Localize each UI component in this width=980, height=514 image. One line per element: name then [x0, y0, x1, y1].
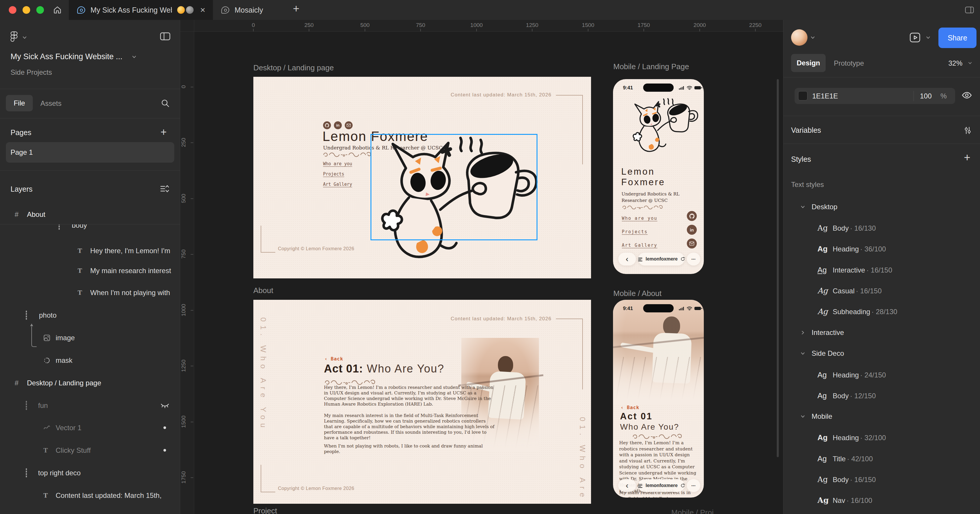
profile-photo	[613, 300, 704, 404]
file-name[interactable]: My Sick Ass Fucking Website ...	[11, 52, 123, 61]
layer-row-about[interactable]: # About	[0, 203, 180, 226]
add-style-icon[interactable]: +	[964, 151, 970, 164]
layer-row-desktop-landing[interactable]: # Desktop / Landing page	[0, 372, 180, 394]
frame-label-project[interactable]: Project	[253, 506, 277, 514]
variables-sliders-icon[interactable]	[963, 126, 972, 135]
page-item-page-1[interactable]: Page 1	[6, 142, 174, 163]
tab-prototype[interactable]: Prototype	[834, 59, 864, 67]
figma-logo-menu[interactable]	[10, 31, 18, 43]
hidden-dot-icon[interactable]	[164, 449, 166, 452]
layer-row-text-2[interactable]: T My main research interest	[0, 259, 180, 282]
layer-label: About	[27, 211, 45, 219]
frame-label-mobile-project[interactable]: Mobile / Proj	[671, 508, 714, 514]
window-minimize-button[interactable]	[22, 6, 30, 14]
add-page-icon[interactable]: +	[161, 126, 167, 138]
chevron-down-icon[interactable]	[800, 351, 806, 356]
color-hex-value[interactable]: 1E1E1E	[812, 92, 838, 100]
style-item[interactable]: AgBody 12/150	[818, 391, 876, 400]
chevron-down-icon[interactable]	[800, 204, 806, 210]
style-item[interactable]: AgSubheading 28/130	[818, 307, 897, 316]
layer-row-image[interactable]: image	[0, 326, 180, 349]
chevron-down-icon[interactable]	[22, 35, 27, 40]
layer-row-fun[interactable]: fun	[0, 394, 180, 417]
about-heading-line1: Act 01	[620, 411, 652, 422]
page-color-field[interactable]: 1E1E1E 100 %	[795, 88, 955, 104]
frame-mobile-about[interactable]: 9:41 ‹ Back Act 01 Who Are You? Hey ther…	[613, 300, 704, 498]
style-item[interactable]: AgHeading 36/100	[818, 244, 886, 254]
status-time: 9:41	[623, 306, 633, 311]
style-group-side-deco[interactable]: Side Deco	[783, 349, 980, 358]
layer-row-text-3[interactable]: T When I'm not playing with	[0, 281, 180, 304]
layer-row-clicky-stuff[interactable]: T Clicky Stuff	[0, 439, 180, 461]
tab-design[interactable]: Design	[791, 54, 826, 72]
canvas[interactable]: 0 250 500 750 1000 1250 1500 1750 0 250 …	[180, 20, 783, 514]
hidden-dot-icon[interactable]	[164, 426, 166, 429]
style-item[interactable]: AgInteractive 16/150	[818, 265, 892, 275]
tab-close-icon[interactable]: ×	[200, 5, 205, 15]
style-group-desktop[interactable]: Desktop	[783, 203, 980, 212]
chevron-right-icon[interactable]	[800, 330, 806, 335]
tab-file[interactable]: File	[6, 95, 33, 111]
frame-icon: #	[14, 379, 19, 387]
layer-row-vector-1[interactable]: Vector 1	[0, 417, 180, 439]
collapse-layers-icon[interactable]	[160, 184, 169, 193]
present-chevron-icon[interactable]	[925, 35, 931, 40]
new-tab-button[interactable]: +	[293, 2, 299, 15]
frame-label-mobile-landing[interactable]: Mobile / Landing Page	[613, 62, 689, 71]
ag-sample: Ag	[818, 244, 833, 254]
window-close-button[interactable]	[9, 6, 16, 14]
search-icon[interactable]	[161, 99, 170, 108]
style-item[interactable]: AgCasual 16/150	[818, 286, 881, 295]
tab-website[interactable]: My Sick Ass Fucking Website ×	[69, 0, 213, 20]
layer-row-photo[interactable]: photo	[0, 304, 180, 326]
style-item[interactable]: AgBody 16/150	[818, 475, 876, 484]
layer-row-mask[interactable]: mask	[0, 349, 180, 372]
share-button[interactable]: Share	[939, 27, 977, 48]
file-name-chevron-icon[interactable]	[131, 54, 137, 60]
home-icon[interactable]	[53, 5, 62, 14]
style-group-mobile[interactable]: Mobile	[783, 412, 980, 421]
back-chevron-icon: ‹	[620, 405, 624, 410]
style-item[interactable]: AgBody 16/130	[818, 223, 876, 232]
tab-mosaicly[interactable]: Mosaicly	[213, 0, 275, 20]
canvas-scrollbar[interactable]	[777, 79, 779, 457]
color-swatch[interactable]	[798, 91, 808, 101]
layer-row-text-1[interactable]: T Hey there, I'm Lemon! I'm	[0, 239, 180, 262]
chevron-down-icon[interactable]	[800, 413, 806, 419]
text-layer-icon: T	[78, 289, 82, 297]
project-name[interactable]: Side Projects	[11, 68, 52, 77]
style-item[interactable]: AgHeading 24/150	[818, 370, 886, 380]
zoom-chevron-icon[interactable]	[967, 61, 973, 65]
group-label: Desktop	[811, 203, 837, 211]
eye-closed-icon[interactable]	[161, 403, 169, 409]
ruler-top[interactable]: 0 250 500 750 1000 1250 1500 1750 2000 2…	[180, 20, 783, 32]
frame-label-desktop-landing[interactable]: Desktop / Landing page	[253, 63, 334, 72]
selection-box[interactable]	[371, 134, 538, 240]
layer-row-content-updated[interactable]: T Content last updated: March 15th,	[0, 484, 180, 507]
style-item[interactable]: AgTitle 42/100	[818, 454, 873, 463]
field-separator	[913, 91, 914, 101]
zoom-level[interactable]: 32%	[948, 59, 963, 67]
frame-label-about[interactable]: About	[253, 286, 273, 295]
back-chevron-icon: ‹	[325, 356, 328, 362]
style-item[interactable]: AgHeading 32/100	[818, 433, 886, 442]
layer-row-body[interactable]: body	[0, 225, 180, 236]
github-icon	[687, 211, 697, 221]
window-layout-icon[interactable]	[965, 6, 974, 14]
ruler-value: 750	[180, 245, 187, 263]
color-opacity-value[interactable]: 100	[920, 92, 932, 100]
frame-label-mobile-about[interactable]: Mobile / About	[613, 289, 662, 298]
style-group-interactive[interactable]: Interactive	[783, 329, 980, 337]
avatar-chevron-icon[interactable]	[810, 35, 816, 40]
tab-assets[interactable]: Assets	[40, 99, 62, 107]
ruler-left[interactable]: 0 250 500 750 1000 1250 1500 1750	[180, 31, 194, 514]
present-icon[interactable]	[909, 32, 921, 43]
eye-icon[interactable]	[961, 91, 972, 100]
layer-row-top-right-deco[interactable]: top right deco	[0, 461, 180, 484]
frame-about[interactable]: 01. Who Are You 01. Who Are You Content …	[253, 300, 591, 504]
toggle-sidebar-icon[interactable]	[160, 32, 171, 41]
frame-mobile-landing[interactable]: 9:41 Lemon Foxmere Undergrad Robotics & …	[613, 79, 704, 274]
style-item[interactable]: AgNav 16/100	[818, 496, 872, 504]
avatar[interactable]	[791, 29, 808, 46]
window-zoom-button[interactable]	[36, 6, 44, 14]
